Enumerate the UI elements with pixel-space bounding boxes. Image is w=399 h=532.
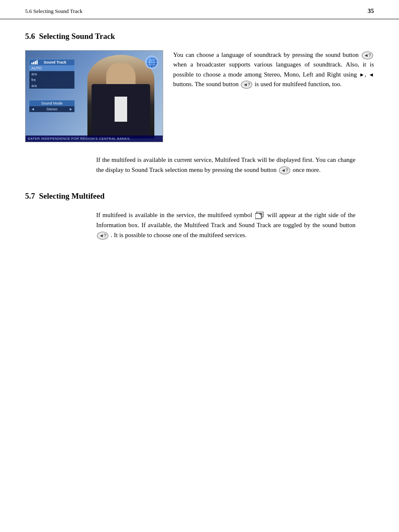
section-56-title: 5.6 Selecting Sound Track	[25, 32, 374, 41]
tv-menu-item-ara2: ara	[29, 83, 74, 89]
arrow-left-icon: ◄	[368, 72, 374, 78]
tv-sound-track-menu: Sound Track AUTO ara fre ara	[29, 59, 75, 89]
tv-sound-mode-row: ◄ Stereo ►	[29, 106, 74, 112]
content: 5.6 Selecting Sound Track	[0, 19, 399, 257]
tv-left-arrow: ◄	[31, 107, 35, 111]
section-56-text: You can choose a language of soundtrack …	[173, 50, 374, 142]
multifeed-symbol-icon	[255, 212, 264, 220]
header-title: 5.6 Selecting Sound Track	[25, 8, 82, 15]
para2-text2: once more.	[293, 166, 321, 173]
person-shirt	[115, 97, 127, 122]
section-56-continue: If the multifeed is available in current…	[96, 155, 356, 175]
sound-button-icon-1: ◄?	[362, 51, 373, 59]
tv-screenshot: Sound Track AUTO ara fre ara Sound Mode …	[25, 50, 163, 142]
section-57: 5.7 Selecting Multifeed If multifeed is …	[25, 192, 374, 240]
tv-menu-header: Sound Track	[29, 59, 74, 65]
signal-bars	[31, 60, 38, 64]
tv-right-arrow: ►	[69, 107, 73, 111]
section-56-body: Sound Track AUTO ara fre ara Sound Mode …	[25, 50, 374, 142]
tv-person	[87, 55, 154, 138]
tv-menu-item-auto: AUTO	[29, 65, 74, 71]
tv-sound-mode-menu: Sound Mode ◄ Stereo ►	[29, 100, 75, 113]
para1-text3: buttons. The sound button	[173, 81, 238, 87]
sound-button-icon-2: ◄?	[241, 81, 252, 89]
sound-button-icon-3: ◄?	[279, 166, 290, 174]
tv-ticker: EATER INDEPENDENCE FOR REGION'S CENTRAL …	[26, 136, 163, 142]
tv-globe-icon	[145, 56, 159, 69]
tv-menu-item-ara1: ara	[29, 71, 74, 77]
arrow-right-icon: ►	[359, 72, 365, 78]
page: 5.6 Selecting Sound Track 35 5.6 Selecti…	[0, 0, 399, 532]
tv-sound-mode-header: Sound Mode	[29, 100, 74, 106]
tv-stereo-label: Stereo	[46, 107, 58, 111]
page-number: 35	[368, 8, 374, 15]
para1-text2: when a broadcaster supports various lang…	[173, 61, 374, 77]
para57-text3: . It is possible to choose one of the mu…	[111, 232, 247, 238]
person-suit	[92, 84, 150, 138]
page-header: 5.6 Selecting Sound Track 35	[0, 0, 399, 19]
para1-text1: You can choose a language of soundtrack …	[173, 51, 359, 58]
section-57-body: If multifeed is available in the service…	[96, 210, 356, 240]
tv-menu-item-fre: fre	[29, 77, 74, 83]
para57-text1: If multifeed is available in the service…	[96, 212, 252, 218]
sound-button-icon-57: ◄?	[97, 232, 108, 240]
para1-text4: is used for multifeed function, too.	[255, 81, 342, 87]
section-56: 5.6 Selecting Sound Track	[25, 32, 374, 175]
section-57-title: 5.7 Selecting Multifeed	[25, 192, 374, 201]
